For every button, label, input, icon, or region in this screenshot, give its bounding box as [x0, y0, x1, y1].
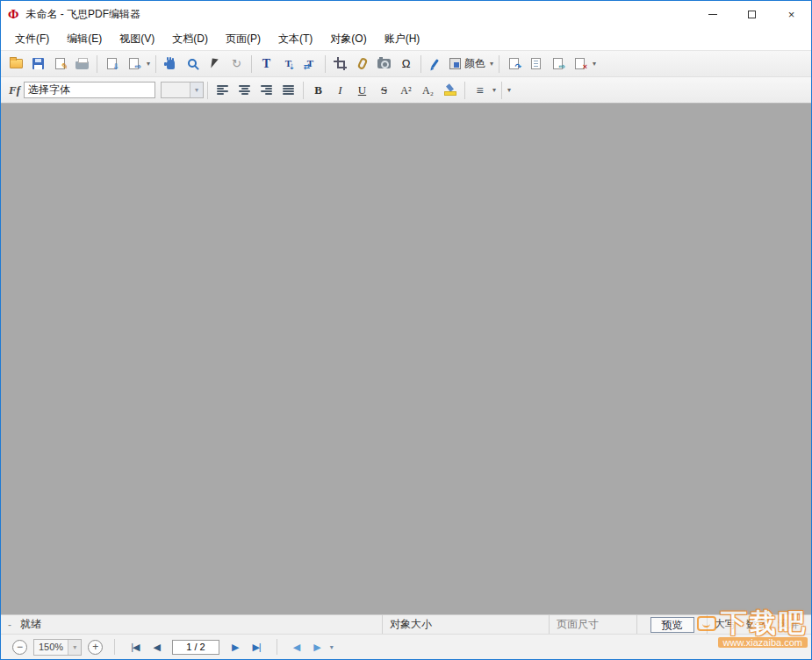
menu-account[interactable]: 账户(H)	[376, 27, 429, 50]
menu-edit[interactable]: 编辑(E)	[58, 27, 111, 50]
print-button[interactable]	[71, 54, 93, 75]
italic-button[interactable]: I	[329, 80, 351, 101]
underline-icon: U	[358, 84, 366, 96]
align-justify-button[interactable]	[277, 80, 299, 101]
zoom-in-button[interactable]: +	[88, 640, 103, 655]
app-logo-icon: Φ	[8, 8, 18, 21]
rotate-view-button[interactable]: ↻	[226, 54, 248, 75]
highlighter-icon	[444, 84, 456, 96]
strikethrough-button[interactable]: S	[373, 80, 395, 101]
page-io-dropdown[interactable]: ▾	[145, 54, 152, 75]
font-size-combobox[interactable]: ▾	[161, 82, 204, 98]
attach-file-button[interactable]	[351, 54, 373, 75]
hand-tool-button[interactable]	[160, 54, 182, 75]
page-tools-dropdown[interactable]: ▾	[591, 54, 598, 75]
replace-page-button[interactable]: ↷	[503, 54, 525, 75]
replace-page-icon: ↷	[509, 58, 519, 69]
bold-button[interactable]: B	[307, 80, 329, 101]
format-toolbar: Ff ▾ B I U S A² A₂ ≡ ▾ ▾	[1, 77, 811, 104]
separator	[420, 55, 421, 73]
view-forward-button[interactable]: ▶	[306, 642, 327, 653]
edit-text-button[interactable]: T⇄	[299, 54, 321, 75]
align-center-button[interactable]	[234, 80, 255, 101]
align-right-icon	[261, 85, 272, 96]
zoom-tool-button[interactable]	[182, 54, 204, 75]
separator	[114, 639, 115, 655]
down-arrow-icon: ⇩	[112, 63, 119, 71]
toolbar-overflow-dropdown[interactable]: ▾	[506, 80, 513, 101]
menu-view[interactable]: 视图(V)	[111, 27, 163, 50]
prev-page-button[interactable]: ◀	[146, 642, 166, 653]
chevron-down-icon[interactable]: ▾	[68, 640, 81, 655]
export-page-button[interactable]: ⇨	[123, 54, 145, 75]
separator	[251, 55, 252, 73]
zoom-level-combobox[interactable]: 150% ▾	[33, 639, 82, 656]
edit-text-icon: T⇄	[307, 59, 313, 68]
view-back-button[interactable]: ◀	[286, 642, 306, 653]
font-badge: Ff	[5, 83, 24, 97]
align-left-button[interactable]	[212, 80, 234, 101]
select-tool-button[interactable]	[204, 54, 226, 75]
chevron-down-icon[interactable]: ▾	[190, 82, 203, 97]
line-spacing-button[interactable]: ≡	[469, 80, 491, 101]
maximize-button[interactable]	[732, 1, 772, 27]
minimize-button[interactable]	[693, 1, 732, 27]
add-text-button[interactable]: T	[255, 54, 277, 75]
snapshot-button[interactable]	[373, 54, 395, 75]
document-canvas[interactable]	[1, 104, 811, 614]
status-object-size-section: 对象大小	[383, 615, 550, 634]
status-bar: - 就绪 对象大小 页面尺寸 预览 大写 数字 滚屏	[1, 614, 811, 634]
color-swatch-icon	[449, 58, 461, 69]
separator	[464, 82, 465, 99]
menu-file[interactable]: 文件(F)	[6, 27, 58, 50]
subscript-button[interactable]: A₂	[417, 80, 439, 101]
font-name-combobox[interactable]	[24, 82, 155, 98]
color-dropdown[interactable]: ▾	[488, 54, 495, 75]
insert-symbol-button[interactable]: Ω	[395, 54, 417, 75]
extract-arrow-icon: ⇨	[558, 63, 565, 71]
separator	[207, 82, 208, 99]
eyedropper-button[interactable]	[425, 54, 447, 75]
separator	[97, 55, 97, 73]
maximize-icon	[748, 11, 756, 18]
open-button[interactable]	[5, 54, 27, 75]
preview-toggle[interactable]: 预览	[650, 617, 694, 633]
align-right-button[interactable]	[255, 80, 277, 101]
insert-text-icon: T⇣	[285, 59, 291, 68]
import-page-button[interactable]: ⇩	[101, 54, 123, 75]
crop-button[interactable]	[329, 54, 351, 75]
page-size-label: 页面尺寸	[557, 617, 599, 632]
save-button[interactable]	[27, 54, 49, 75]
menu-object[interactable]: 对象(O)	[321, 27, 375, 50]
insert-page-button[interactable]	[525, 54, 547, 75]
delete-page-button[interactable]: ×	[569, 54, 591, 75]
title-bar: Φ 未命名 - 飞思PDF编辑器 ×	[1, 1, 811, 27]
underline-button[interactable]: U	[351, 80, 373, 101]
first-page-button[interactable]: |◀	[124, 642, 146, 653]
insert-text-button[interactable]: T⇣	[277, 54, 299, 75]
save-icon	[32, 58, 44, 69]
last-page-button[interactable]: ▶|	[245, 642, 267, 653]
export-page-icon: ⇨	[129, 58, 139, 69]
view-history-dropdown[interactable]: ▾	[327, 643, 336, 651]
color-button[interactable]: 颜色	[447, 54, 488, 75]
line-spacing-dropdown[interactable]: ▾	[491, 80, 498, 101]
separator	[499, 55, 499, 73]
zoom-out-button[interactable]: −	[12, 640, 27, 655]
save-as-icon: ✎	[55, 58, 65, 69]
close-button[interactable]: ×	[772, 1, 811, 27]
extract-page-button[interactable]: ⇨	[547, 54, 569, 75]
superscript-button[interactable]: A²	[395, 80, 417, 101]
main-toolbar: ✎ ⇩ ⇨ ▾ ↻ T T⇣ T⇄ Ω 颜色	[1, 51, 811, 77]
font-size-input[interactable]	[162, 82, 190, 97]
next-page-button[interactable]: ▶	[225, 642, 245, 653]
subscript-icon: A₂	[422, 85, 434, 96]
caps-indicator: 大写	[715, 617, 736, 632]
menu-text[interactable]: 文本(T)	[269, 27, 321, 50]
save-as-button[interactable]: ✎	[49, 54, 71, 75]
menu-document[interactable]: 文档(D)	[163, 27, 217, 50]
highlight-button[interactable]	[439, 80, 461, 101]
paperclip-icon	[356, 57, 368, 70]
menu-page[interactable]: 页面(P)	[217, 27, 269, 50]
page-number-input[interactable]	[172, 640, 219, 655]
